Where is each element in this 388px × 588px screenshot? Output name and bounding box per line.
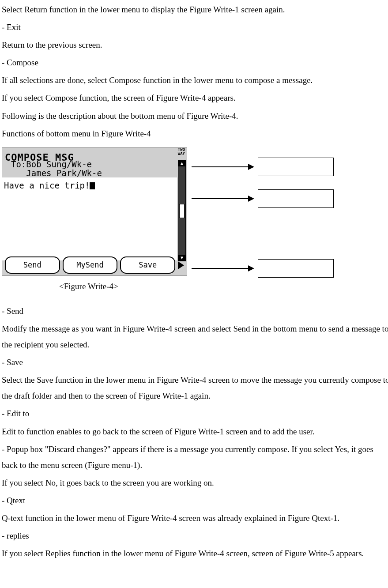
popup-desc: - Popup box "Discard changes?" appears i… — [2, 441, 388, 473]
compose-desc-3: Following is the description about the b… — [2, 108, 388, 124]
scroll-up-arrow-icon[interactable]: ▲ — [178, 160, 185, 166]
compose-desc-2: If you select Compose function, the scre… — [2, 90, 388, 106]
send-label: - Send — [2, 303, 388, 319]
qtext-label: - Qtext — [2, 493, 388, 509]
qtext-desc: Q-text function in the lower menu of Fig… — [2, 510, 388, 526]
editto-desc: Edit to function enables to go back to t… — [2, 424, 388, 440]
two-way-indicator: TWO WAY — [178, 148, 185, 156]
menu-more-arrow-icon[interactable] — [178, 261, 184, 269]
arrow-1 — [192, 166, 253, 167]
annotation-column — [187, 147, 388, 275]
figure-write-4-row: COMPOSE MSG TWO WAY To:Bob Sung/Wk-e Jam… — [2, 147, 388, 276]
to-field: To:Bob Sung/Wk-e James Park/Wk-e — [11, 160, 102, 177]
annotation-box-2 — [258, 189, 334, 208]
arrow-3 — [192, 268, 253, 269]
two-way-line2: WAY — [178, 151, 185, 156]
send-button[interactable]: Send — [5, 256, 60, 273]
replies-label: - replies — [2, 528, 388, 544]
exit-desc: Return to the previous screen. — [2, 37, 388, 53]
save-button[interactable]: Save — [120, 256, 175, 273]
scroll-track[interactable] — [178, 166, 185, 255]
compose-label: - Compose — [2, 55, 388, 71]
exit-label: - Exit — [2, 19, 388, 35]
bottom-menu: Send MySend Save — [5, 256, 184, 273]
recipient-2: James Park/Wk-e — [26, 168, 102, 178]
send-desc: Modify the message as you want in Figure… — [2, 321, 388, 353]
intro-return: Select Return function in the lower menu… — [2, 2, 388, 18]
save-label: - Save — [2, 354, 388, 370]
arrow-2 — [192, 198, 253, 199]
message-text: Have a nice trip! — [4, 181, 90, 190]
mysend-button[interactable]: MySend — [63, 256, 118, 273]
compose-desc-1: If all selections are done, select Compo… — [2, 72, 388, 88]
annotation-box-3 — [258, 259, 334, 278]
figure-caption: <Figure Write-4> — [59, 279, 388, 294]
recipient-1: Bob Sung/Wk-e — [26, 159, 92, 169]
device-screen: COMPOSE MSG TWO WAY To:Bob Sung/Wk-e Jam… — [2, 147, 187, 276]
scrollbar[interactable]: ▲ ▼ — [178, 160, 186, 261]
annotation-box-1 — [258, 158, 334, 176]
to-prefix: To: — [11, 159, 26, 169]
message-body[interactable]: Have a nice trip! — [3, 177, 96, 193]
replies-desc: If you select Replies function in the lo… — [2, 546, 388, 562]
popup-no-desc: If you select No, it goes back to the sc… — [2, 475, 388, 491]
scroll-thumb[interactable] — [179, 204, 185, 218]
editto-label: - Edit to — [2, 406, 388, 422]
functions-heading: Functions of bottom menu in Figure Write… — [2, 126, 388, 142]
save-desc: Select the Save function in the lower me… — [2, 372, 388, 404]
text-cursor — [90, 182, 95, 189]
